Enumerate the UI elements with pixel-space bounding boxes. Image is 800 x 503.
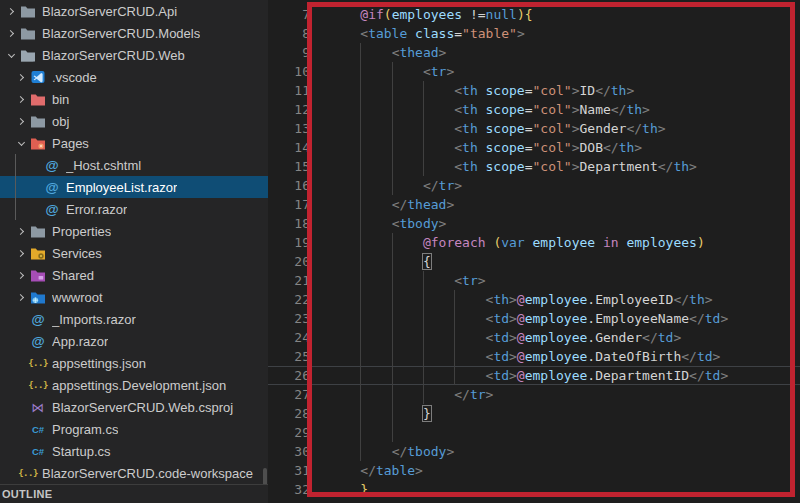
code-line-29[interactable]: 29: [268, 423, 800, 442]
line-number-9[interactable]: 9: [268, 43, 310, 62]
explorer-item-appsettings-json[interactable]: {..}appsettings.json: [0, 352, 268, 374]
line-number-16[interactable]: 16: [268, 176, 310, 195]
code-line-20[interactable]: 20 {: [268, 252, 800, 271]
line-number-21[interactable]: 21: [268, 271, 310, 290]
line-number-17[interactable]: 17: [268, 195, 310, 214]
explorer-item-services[interactable]: Services: [0, 242, 268, 264]
code-line-26[interactable]: 26 <td>@employee.DepartmentID</td>: [268, 366, 800, 385]
line-number-33[interactable]: 33: [268, 499, 310, 503]
line-number-14[interactable]: 14: [268, 138, 310, 157]
indent-guide: [392, 423, 393, 442]
line-number-24[interactable]: 24: [268, 328, 310, 347]
line-number-27[interactable]: 27: [268, 385, 310, 404]
chevron-down-icon[interactable]: [4, 54, 18, 57]
code-editor[interactable]: 7 @if(employees !=null){8 <table class="…: [268, 0, 800, 503]
code-line-14[interactable]: 14 <th scope="col">DOB</th>: [268, 138, 800, 157]
code-line-16[interactable]: 16 </tr>: [268, 176, 800, 195]
token: [329, 292, 486, 307]
line-number-32[interactable]: 32: [268, 480, 310, 499]
code-line-content: <tbody>: [329, 214, 800, 233]
outline-section-header[interactable]: OUTLINE: [0, 484, 268, 503]
line-number-30[interactable]: 30: [268, 442, 310, 461]
code-line-18[interactable]: 18 <tbody>: [268, 214, 800, 233]
line-number-25[interactable]: 25: [268, 347, 310, 366]
line-number-19[interactable]: 19: [268, 233, 310, 252]
code-line-9[interactable]: 9 <thead>: [268, 43, 800, 62]
explorer-item-properties[interactable]: Properties: [0, 220, 268, 242]
indent-guide: [454, 347, 455, 366]
explorer-item-pages[interactable]: Pages: [0, 132, 268, 154]
code-line-19[interactable]: 19 @foreach (var employee in employees): [268, 233, 800, 252]
line-number-13[interactable]: 13: [268, 119, 310, 138]
explorer-item-blazorservercrud-api[interactable]: BlazorServerCRUD.Api: [0, 0, 268, 22]
chevron-right-icon[interactable]: [4, 9, 18, 14]
chevron-down-icon[interactable]: [14, 142, 28, 145]
explorer-item-startup-cs[interactable]: C#Startup.cs: [0, 440, 268, 462]
line-number-12[interactable]: 12: [268, 100, 310, 119]
token: td: [697, 349, 713, 364]
explorer-item-employeelist-razor[interactable]: @EmployeeList.razor: [0, 176, 268, 198]
explorer-item-blazorservercrud-web-csproj[interactable]: ⋈BlazorServerCRUD.Web.csproj: [0, 396, 268, 418]
code-line-22[interactable]: 22 <th>@employee.EmployeeID</th>: [268, 290, 800, 309]
code-line-13[interactable]: 13 <th scope="col">Gender</th>: [268, 119, 800, 138]
code-line-28[interactable]: 28 }: [268, 404, 800, 423]
code-line-21[interactable]: 21 <tr>: [268, 271, 800, 290]
code-line-31[interactable]: 31 </table>: [268, 461, 800, 480]
line-number-28[interactable]: 28: [268, 404, 310, 423]
line-number-15[interactable]: 15: [268, 157, 310, 176]
explorer-item-bin[interactable]: bin: [0, 88, 268, 110]
line-number-31[interactable]: 31: [268, 461, 310, 480]
line-number-23[interactable]: 23: [268, 309, 310, 328]
code-line-15[interactable]: 15 <th scope="col">Department</th>: [268, 157, 800, 176]
line-number-26[interactable]: 26: [268, 366, 310, 385]
token: scope: [486, 83, 525, 98]
line-number-20[interactable]: 20: [268, 252, 310, 271]
chevron-right-icon[interactable]: [14, 97, 28, 102]
chevron-right-icon[interactable]: [14, 119, 28, 124]
explorer-item-app-razor[interactable]: @App.razor: [0, 330, 268, 352]
code-line-24[interactable]: 24 <td>@employee.Gender</td>: [268, 328, 800, 347]
explorer-item-error-razor[interactable]: @Error.razor: [0, 198, 268, 220]
line-number-11[interactable]: 11: [268, 81, 310, 100]
code-line-content: <th scope="col">Gender</th>: [329, 119, 800, 138]
line-number-18[interactable]: 18: [268, 214, 310, 233]
line-number-8[interactable]: 8: [268, 24, 310, 43]
token: >: [713, 349, 721, 364]
explorer-item-blazorservercrud-web[interactable]: BlazorServerCRUD.Web: [0, 44, 268, 66]
line-number-7[interactable]: 7: [268, 5, 310, 24]
explorer-item-shared[interactable]: Shared: [0, 264, 268, 286]
code-line-30[interactable]: 30 </tbody>: [268, 442, 800, 461]
code-line-23[interactable]: 23 <td>@employee.EmployeeName</td>: [268, 309, 800, 328]
explorer-item--vscode[interactable]: .vscode: [0, 66, 268, 88]
explorer-item-program-cs[interactable]: C#Program.cs: [0, 418, 268, 440]
chevron-right-icon[interactable]: [14, 229, 28, 234]
folder-pages-icon: [28, 136, 48, 151]
chevron-right-icon[interactable]: [14, 75, 28, 80]
code-line-8[interactable]: 8 <table class="table">: [268, 24, 800, 43]
indent-guide: [360, 328, 361, 347]
line-number-29[interactable]: 29: [268, 423, 310, 442]
code-line-27[interactable]: 27 </tr>: [268, 385, 800, 404]
code-line-content: @if(employees !=null){: [329, 5, 800, 24]
explorer-item-wwwroot[interactable]: wwwroot: [0, 286, 268, 308]
explorer-item-appsettings-development-json[interactable]: {..}appsettings.Development.json: [0, 374, 268, 396]
explorer-item-blazorservercrud-models[interactable]: BlazorServerCRUD.Models: [0, 22, 268, 44]
code-line-33[interactable]: 33<div: [268, 499, 800, 503]
chevron-right-icon[interactable]: [4, 31, 18, 36]
chevron-right-icon[interactable]: [14, 295, 28, 300]
line-number-22[interactable]: 22: [268, 290, 310, 309]
code-line-25[interactable]: 25 <td>@employee.DateOfBirth</td>: [268, 347, 800, 366]
code-line-7[interactable]: 7 @if(employees !=null){: [268, 5, 800, 24]
explorer-item--host-cshtml[interactable]: @_Host.cshtml: [0, 154, 268, 176]
code-line-12[interactable]: 12 <th scope="col">Name</th>: [268, 100, 800, 119]
explorer-item--imports-razor[interactable]: @_Imports.razor: [0, 308, 268, 330]
chevron-right-icon[interactable]: [14, 251, 28, 256]
chevron-right-icon[interactable]: [14, 273, 28, 278]
explorer-item-obj[interactable]: obj: [0, 110, 268, 132]
code-line-10[interactable]: 10 <tr>: [268, 62, 800, 81]
line-number-10[interactable]: 10: [268, 62, 310, 81]
code-line-11[interactable]: 11 <th scope="col">ID</th>: [268, 81, 800, 100]
code-line-17[interactable]: 17 </thead>: [268, 195, 800, 214]
code-line-32[interactable]: 32 }: [268, 480, 800, 499]
explorer-item-blazorservercrud-code-workspace[interactable]: {..}BlazorServerCRUD.code-workspace: [0, 462, 268, 484]
